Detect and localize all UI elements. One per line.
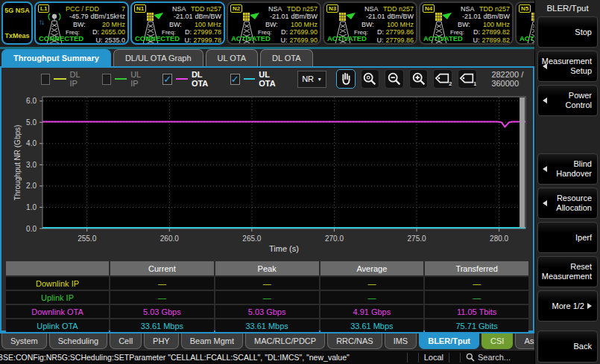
zoom-in-button[interactable] xyxy=(409,69,429,89)
legend-item-ul-ip: UL IP xyxy=(102,70,147,88)
tab-phy[interactable]: PHY xyxy=(144,333,179,349)
svg-text:2: 2 xyxy=(449,80,452,87)
cell-panel-n5[interactable]: N5 ACTIVATED xyxy=(515,1,534,45)
y-axis-title: Throughput NR (Gbps) xyxy=(13,118,22,208)
zoom-out-button[interactable] xyxy=(385,69,404,89)
cell-panel-n4[interactable]: N4 NSATDD n257 -21.01dBm/BW BW:100 MHz F… xyxy=(419,1,514,45)
cell-power-unit: dBm/BW xyxy=(291,13,318,20)
table-header-transferred: Transferred xyxy=(425,261,528,275)
status-bar: BSE:CONFig:NR5G:SCHeduling:SETParameter … xyxy=(0,350,534,364)
tab-dl-ota[interactable]: DL OTA xyxy=(260,49,313,66)
cell-value: 5.03 Gbps xyxy=(110,305,214,318)
svg-text:2.0: 2.0 xyxy=(26,182,37,190)
marker-1-icon: 1 xyxy=(458,71,476,87)
row-label-downlink-ota: Downlink OTA xyxy=(6,305,109,318)
throughput-summary-panel: DL IP UL IP ✓ DL OTA ✓ UL OTA NR ▼ xyxy=(0,66,534,332)
system-status-box[interactable]: 5G NSA TxMeas xyxy=(1,1,33,45)
cell-value: — xyxy=(320,277,424,290)
search-icon xyxy=(466,353,475,362)
bw-label: BW: xyxy=(361,21,374,28)
reset-measurement-button[interactable]: Reset Measurement xyxy=(537,256,598,287)
marker-1-button[interactable]: 1 xyxy=(458,69,477,89)
cell-value: — xyxy=(425,277,528,290)
cell-tech: NSA xyxy=(268,5,282,13)
legend-line-0 xyxy=(54,78,66,80)
cell-tech: NSA xyxy=(364,5,379,13)
cell-value: — xyxy=(215,277,319,290)
measurement-setup-button[interactable]: Measurement Setup xyxy=(537,51,598,82)
legend-checkbox-1[interactable] xyxy=(102,74,111,85)
svg-text:0.0: 0.0 xyxy=(26,225,37,233)
search-field[interactable]: Search... xyxy=(466,353,531,362)
bw-label: BW: xyxy=(458,21,470,28)
cell-ul-freq: 27999.78 xyxy=(193,36,221,44)
svg-text:255.0: 255.0 xyxy=(78,234,96,243)
legend-item-dl-ota: ✓ DL OTA xyxy=(162,70,213,88)
scpi-command-text: BSE:CONFig:NR5G:SCHeduling:SETParameter … xyxy=(0,353,402,362)
power-control-button[interactable]: Power Control xyxy=(537,85,598,116)
cell-bw: 100 MHz xyxy=(387,21,414,28)
zoom-fit-button[interactable] xyxy=(361,69,380,89)
legend-checkbox-2[interactable]: ✓ xyxy=(162,74,172,85)
zoom-fit-icon xyxy=(361,71,378,87)
marker-2-icon: 2 xyxy=(434,71,452,87)
tab-bler-tput[interactable]: BLER/Tput xyxy=(419,333,479,349)
tab-scheduling[interactable]: Scheduling xyxy=(49,333,107,349)
bw-label: BW: xyxy=(265,21,278,28)
legend-label-0: DL IP xyxy=(70,70,86,88)
pan-tool-button[interactable] xyxy=(336,69,356,89)
cell-panel-l1[interactable]: L1 ↑↓ PCC / FDD7 -45.79dBm/15kHz BW:20 M… xyxy=(34,1,129,45)
legend-label-1: UL IP xyxy=(130,70,146,88)
svg-text:4.0: 4.0 xyxy=(26,139,37,147)
svg-text:1.0: 1.0 xyxy=(26,203,37,211)
cell-value: 33.61 Mbps xyxy=(320,319,424,332)
svg-text:3.0: 3.0 xyxy=(26,161,37,169)
category-tabs: System Scheduling Cell PHY Beam Mgmt MAC… xyxy=(0,332,534,350)
cell-ul-freq: 27899.82 xyxy=(481,36,510,44)
cell-band: 7 xyxy=(121,5,125,13)
system-mode-label: 5G NSA xyxy=(4,7,30,14)
marker-2-button[interactable]: 2 xyxy=(433,69,452,89)
tab-rrc-nas[interactable]: RRC/NAS xyxy=(327,333,382,349)
table-header-blank xyxy=(6,261,109,275)
tab-cell[interactable]: Cell xyxy=(110,333,142,349)
right-arrow-icon xyxy=(587,303,592,309)
tab-csi[interactable]: CSI xyxy=(481,333,513,349)
cell-value: 5.03 Gbps xyxy=(215,305,319,318)
blind-handover-button[interactable]: Blind Handover xyxy=(537,153,598,185)
tab-ul-ota[interactable]: UL OTA xyxy=(206,49,259,66)
cell-panel-n3[interactable]: N3 NSATDD n257 -21.01dBm/BW BW:100 MHz F… xyxy=(323,1,417,45)
cell-panel-n2[interactable]: N2 NSATDD n257 -21.01dBm/BW BW:100 MHz F… xyxy=(227,1,321,45)
stop-button[interactable]: Stop xyxy=(537,16,598,48)
resource-allocation-button[interactable]: Resource Allocation xyxy=(537,188,598,219)
tab-throughput-summary[interactable]: Throughput Summary xyxy=(1,49,111,66)
legend-checkbox-0[interactable] xyxy=(41,74,50,85)
left-arrow-icon xyxy=(543,63,547,69)
cell-power-unit: dBm/15kHz xyxy=(90,13,125,20)
svg-text:260.0: 260.0 xyxy=(160,234,179,243)
svg-text:270.0: 270.0 xyxy=(325,234,344,243)
chevron-down-icon: ▼ xyxy=(317,77,322,82)
more-pages-button[interactable]: More 1/2 xyxy=(537,290,598,322)
back-button[interactable]: Back xyxy=(537,331,598,363)
tab-mac-rlc-pdcp[interactable]: MAC/RLC/PDCP xyxy=(245,333,325,349)
cell-power-unit: dBm/BW xyxy=(483,13,510,20)
cell-panel-n1[interactable]: N1 NSATDD n257 -21.01dBm/BW BW:100 MHz F… xyxy=(130,1,225,45)
softkey-sidebar: BLER/Tput Stop Measurement Setup Power C… xyxy=(534,0,600,364)
tab-dlul-ota-graph[interactable]: DL/UL OTA Graph xyxy=(113,49,203,66)
iperf-button[interactable]: Iperf xyxy=(537,222,598,253)
cell-state: ACTIVATED xyxy=(327,34,367,42)
cell-ul-freq: 2535.0 xyxy=(104,36,125,44)
tab-system[interactable]: System xyxy=(1,333,47,349)
left-arrow-icon xyxy=(543,200,547,206)
cell-value: 4.91 Gbps xyxy=(320,305,424,318)
tab-ims[interactable]: IMS xyxy=(385,333,417,349)
table-header-current: Current xyxy=(110,261,214,275)
svg-text:6.0: 6.0 xyxy=(26,97,37,105)
legend-checkbox-3[interactable]: ✓ xyxy=(230,74,240,85)
throughput-chart-area[interactable]: 0.01.02.03.04.05.06.0255.0260.0265.0270.… xyxy=(1,90,533,258)
tab-beam-mgmt[interactable]: Beam Mgmt xyxy=(181,333,243,349)
cell-power: -21.01 xyxy=(174,13,193,20)
scope-dropdown[interactable]: NR ▼ xyxy=(297,71,326,88)
local-mode-button[interactable]: Local xyxy=(424,353,443,362)
